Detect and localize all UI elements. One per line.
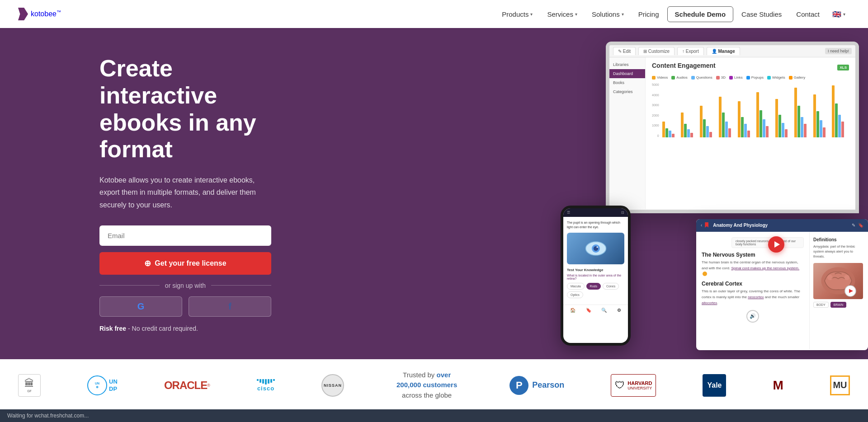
legend-3d: 3D: [716, 75, 726, 80]
ebook-sidebar: Definitions Amygdala: part of the limbic…: [809, 232, 868, 349]
pearson-text: Pearson: [532, 380, 564, 390]
nav-solutions[interactable]: Solutions ▾: [585, 7, 630, 22]
annotation-dot[interactable]: [703, 272, 707, 276]
facebook-icon: f: [228, 301, 231, 312]
nissan-ring: NISSAN: [321, 374, 344, 397]
facebook-signin-button[interactable]: f: [189, 296, 271, 317]
brain-tag[interactable]: BRAIN: [830, 302, 846, 308]
ebook-action-icons: ✎ 🔖: [852, 223, 863, 228]
cisco-logo: cisco: [257, 379, 275, 392]
bar-group-5: [738, 101, 755, 137]
popup-tooltip: closely packed neurons control most of o…: [731, 237, 804, 248]
logo-harvard: 🛡 HARVARD UNIVERSITY: [611, 374, 656, 397]
status-bar: Waiting for wchat.freshchat.com...: [0, 409, 868, 422]
answer-optics[interactable]: Optics: [567, 291, 583, 298]
screen-sidebar: Libraries Dashboard Books Categories: [609, 57, 646, 209]
tab-edit[interactable]: ✎ Edit: [613, 47, 636, 55]
answer-rods[interactable]: Rods: [586, 283, 601, 290]
un-circle: UN⊕: [87, 375, 107, 395]
nav-pricing[interactable]: Pricing: [632, 7, 665, 22]
back-icon[interactable]: ‹: [701, 223, 702, 228]
eye-illustration: [567, 233, 624, 264]
chevron-down-icon: ▾: [622, 12, 624, 17]
play-icon: [774, 241, 780, 248]
phone-nav-bookmark[interactable]: 🔖: [586, 308, 591, 313]
sound-button[interactable]: 🔊: [746, 310, 759, 323]
screen-header: ✎ Edit ⊞ Customize ↑ Export 👤 Manage I n…: [609, 45, 855, 57]
legend-gallery: Gallery: [789, 75, 805, 80]
tab-customize[interactable]: ⊞ Customize: [638, 47, 675, 55]
divider-line-left: [99, 285, 160, 286]
sidebar-categories[interactable]: Categories: [609, 87, 645, 96]
nav-services[interactable]: Services ▾: [541, 7, 584, 22]
ebook-bookmark-icon[interactable]: 🔖: [858, 223, 863, 228]
nav-links: Products ▾ Services ▾ Solutions ▾ Pricin…: [495, 6, 850, 22]
bar-group-9: [813, 94, 830, 137]
trusted-text: Trusted by over 200,000 customers across…: [391, 370, 463, 401]
bar-group-2: [681, 113, 698, 137]
screen-body: Libraries Dashboard Books Categories Con…: [609, 57, 855, 209]
language-selector[interactable]: 🇬🇧 ▾: [828, 7, 850, 21]
phone-text: The pupil is an opening through which li…: [567, 220, 624, 230]
logo-icon: [18, 8, 28, 20]
email-input[interactable]: [99, 225, 271, 246]
ebook-header: ‹ Anatomy And Physiology ✎ 🔖: [696, 219, 868, 232]
bar-group-6: [756, 92, 774, 137]
tab-manage[interactable]: 👤 Manage: [707, 47, 740, 55]
tab-export[interactable]: ↑ Export: [677, 47, 704, 55]
ebook-tags: BODY BRAIN: [813, 302, 864, 308]
nav-schedule-demo[interactable]: Schedule Demo: [667, 6, 734, 22]
ebook-edit-icon[interactable]: ✎: [852, 223, 855, 228]
sidebar-libraries[interactable]: Libraries: [609, 60, 645, 69]
cta-button[interactable]: ⊕ Get your free license: [99, 252, 271, 275]
sidebar-dashboard[interactable]: Dashboard: [609, 69, 645, 78]
download-icon: ⊕: [144, 258, 151, 268]
google-signin-button[interactable]: G: [99, 296, 182, 317]
play-button[interactable]: [768, 236, 784, 253]
phone-nav-home[interactable]: 🏠: [570, 308, 576, 313]
phone-screen: ☰ ⊡ The pupil is an opening through whic…: [563, 208, 628, 343]
help-button[interactable]: I need help!: [825, 48, 852, 54]
answer-cones[interactable]: Cones: [603, 283, 619, 290]
nav-products[interactable]: Products ▾: [495, 7, 539, 22]
body-tag[interactable]: BODY: [813, 302, 829, 308]
cerebral-cortex-text: This is an outer layer of grey, covering…: [702, 289, 804, 306]
highlight-allocortex: allocortex: [702, 301, 717, 305]
phone-nav-search[interactable]: 🔍: [601, 308, 607, 313]
brain-illustration: [813, 263, 863, 299]
hero-content: Create interactive ebooks in any format …: [0, 28, 271, 359]
brain-svg: [816, 264, 861, 298]
logo-link[interactable]: kotobee™: [18, 8, 61, 20]
sidebar-books[interactable]: Books: [609, 78, 645, 87]
divider-line-right: [211, 285, 271, 286]
logo-yale: Yale: [703, 374, 726, 397]
phone-nav-settings[interactable]: ⚙: [617, 308, 621, 313]
nav-contact[interactable]: Contact: [790, 7, 826, 22]
hero-section: Create interactive ebooks in any format …: [0, 0, 868, 359]
legend-popups: Popups: [746, 75, 764, 80]
nav-case-studies[interactable]: Case Studies: [735, 7, 788, 22]
navbar: kotobee™ Products ▾ Services ▾ Solutions…: [0, 0, 868, 28]
logo-minnesota: M: [773, 374, 783, 397]
logo-mu: MU: [830, 374, 850, 397]
phone-nav-bar: 🏠 🔖 🔍 ⚙: [563, 305, 628, 315]
harvard-text: HARVARD UNIVERSITY: [627, 380, 652, 390]
building-icon: 🏛: [24, 378, 34, 389]
nervous-system-text: The human brain is the central organ of …: [702, 260, 804, 277]
legend-audios: Audios: [671, 75, 687, 80]
highlight-neocortex: neocortex: [748, 295, 764, 299]
logo-cisco: cisco: [257, 374, 275, 397]
answer-macula[interactable]: Macula: [567, 283, 585, 290]
legend-questions: Questions: [691, 75, 712, 80]
customers-section: 🏛 GF UN⊕ UNDP ORACLE ® cisco: [0, 359, 868, 412]
pearson-circle: P: [509, 376, 528, 395]
social-buttons: G f: [99, 296, 271, 317]
xls-button[interactable]: XLS: [837, 65, 849, 70]
bar-group-1: [662, 122, 679, 137]
cisco-dots: [257, 379, 275, 384]
svg-point-6: [827, 275, 833, 280]
logo-undp: UN⊕ UNDP: [87, 374, 118, 397]
phone-answers: Macula Rods Cones Optics: [567, 283, 624, 298]
bar-group-8: [794, 88, 811, 137]
chart-title: Content Engagement: [652, 62, 716, 69]
